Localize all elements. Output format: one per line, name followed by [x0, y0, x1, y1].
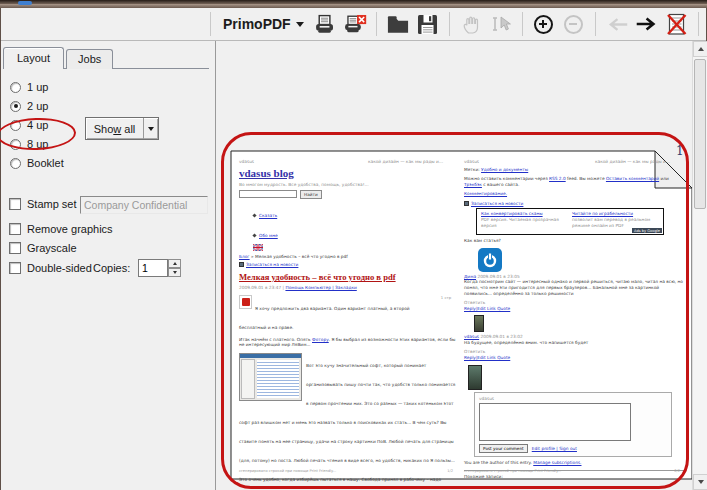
tab-layout-label: Layout [17, 52, 50, 64]
copies-label: Copies: [93, 262, 130, 274]
rss-icon [464, 201, 469, 206]
print-button[interactable] [310, 10, 340, 38]
remove-graphics-checkbox-row[interactable]: Remove graphics [9, 223, 113, 235]
scrollbar-thumb[interactable] [694, 59, 706, 209]
save-floppy-icon [416, 13, 439, 36]
pdf-file-icon [239, 295, 252, 309]
scroll-down-button[interactable] [693, 474, 707, 490]
stamp-set-checkbox-row[interactable]: Stamp set [9, 198, 77, 210]
hand-tool-button[interactable] [456, 10, 486, 38]
show-all-dropdown[interactable]: Show all [85, 117, 159, 140]
preview-pane[interactable]: 1 vdasus какой дизайн — как мы рады и...… [217, 41, 692, 490]
page-note: 1 стр [435, 295, 457, 300]
cancel-print-button[interactable] [340, 10, 370, 38]
radio-1up-circle[interactable] [10, 82, 21, 93]
preview-sheet: vdasus какой дизайн — как мы рады и... v… [230, 150, 692, 480]
uk-flag-icon [253, 244, 263, 251]
radio-1up-label: 1 up [27, 81, 48, 93]
stamp-set-input[interactable] [80, 196, 208, 214]
window-icon-fragment [18, 1, 32, 5]
copies-decrement-button[interactable] [168, 268, 181, 277]
comment-text: Когда посмотрим сайт — интересный однако… [464, 279, 684, 296]
grayscale-checkbox-row[interactable]: Grayscale [9, 242, 77, 254]
vertical-scrollbar[interactable] [692, 41, 707, 490]
radio-4up-label: 4 up [27, 119, 48, 131]
preview-page-1: vdasus какой дизайн — как мы рады и... v… [239, 159, 457, 473]
radio-4up-circle[interactable] [10, 120, 21, 131]
radio-8up-circle[interactable] [10, 139, 21, 150]
zoom-out-button[interactable] [559, 10, 589, 38]
page2-header: vdasus какой дизайн — как мы рады и... [464, 159, 684, 165]
blog-search-row: Найти [239, 190, 457, 198]
toolbar-separator [522, 12, 523, 36]
radio-2up-circle[interactable] [10, 101, 21, 112]
zoom-in-button[interactable] [529, 10, 559, 38]
toolbar-separator [449, 12, 450, 36]
open-file-button[interactable] [383, 10, 413, 38]
language-row [253, 244, 457, 251]
show-all-arrow-section[interactable] [143, 118, 158, 139]
page-number-badge: 1 [676, 144, 684, 158]
hand-icon [459, 13, 482, 36]
page1-footer: сгенерировано строкой при помощи Print F… [239, 469, 453, 473]
select-tool-button[interactable] [486, 10, 516, 38]
primopdf-menu-label: PrimoPDF [223, 16, 291, 32]
thumbnail-titlebar [240, 354, 301, 358]
post-paragraph: Итак начнём с платного. Опять Фотору. Я … [239, 337, 457, 348]
delete-page-button[interactable] [662, 10, 692, 38]
double-sided-checkbox[interactable] [9, 262, 21, 274]
save-button[interactable] [413, 10, 443, 38]
blog-search-input [239, 190, 297, 198]
delete-page-icon [667, 13, 687, 36]
comment-author-link: Дима [464, 274, 476, 279]
scroll-up-button[interactable] [693, 41, 707, 57]
footer-text: сгенерировано строкой при помощи Print F… [464, 469, 561, 473]
select-cursor-icon [489, 13, 513, 35]
radio-4up[interactable]: 4 up [10, 119, 48, 131]
tab-strip: Layout Jobs [3, 47, 115, 69]
previous-page-button[interactable] [602, 10, 632, 38]
ads-by-google-badge: Ads by Google [632, 228, 662, 233]
radio-booklet[interactable]: Booklet [10, 157, 64, 169]
grayscale-checkbox[interactable] [9, 242, 21, 254]
leave-comment-link: Оставить комментарий [606, 176, 659, 181]
blog-nav-link: Сказать [259, 213, 277, 218]
subscribe-link: Записаться на новости [471, 201, 523, 207]
thumbnail-sidebar [241, 359, 255, 399]
radio-8up[interactable]: 8 up [10, 138, 48, 150]
rss-icon [239, 262, 244, 267]
comment-author-link: vdasus [464, 334, 479, 339]
radio-2up[interactable]: 2 up [10, 100, 48, 112]
comment-text: На будущее, определённо вним. что напише… [464, 340, 684, 346]
footer-page-number: 1/2 [447, 469, 453, 473]
double-sided-checkbox-row[interactable]: Double-sided [9, 262, 92, 274]
chevron-down-icon [148, 127, 154, 131]
post-paragraph: 1 стр Я хочу предложить два варианта. Од… [239, 295, 457, 333]
radio-1up[interactable]: 1 up [10, 81, 48, 93]
copies-input[interactable] [138, 259, 168, 277]
toolbar-separator [376, 12, 377, 36]
comments-heading: Как вам статья? [464, 238, 684, 244]
post-meta: 2009.09.01 в 23:47 | Помощь Компьютер | … [239, 285, 457, 291]
blog-nav-link: Обо мне [259, 233, 278, 238]
show-all-label: Show all [86, 123, 143, 135]
remove-graphics-checkbox[interactable] [9, 223, 21, 235]
blog-nav-list: Сказать Обо мне [253, 202, 457, 242]
post-title: Мелкая удобность – всё что угодно в pdf [239, 272, 457, 282]
copies-increment-button[interactable] [168, 259, 181, 268]
next-page-button[interactable] [632, 10, 662, 38]
tab-layout[interactable]: Layout [3, 47, 64, 69]
toolbar: PrimoPDF [1, 8, 706, 41]
chevron-down-icon [296, 22, 304, 27]
stamp-set-checkbox[interactable] [9, 198, 21, 210]
google-ads-box: Как конвертировать сканы PDF версия. Чит… [476, 208, 664, 235]
triangle-down-icon [698, 480, 704, 484]
commenting-link: Комментирование. [464, 191, 507, 196]
note-text: You are the author of this entry. [464, 460, 533, 465]
subscribe-row: Записаться на новости [464, 201, 684, 207]
radio-booklet-circle[interactable] [10, 158, 21, 169]
comment-actions-links: Reply|Edit Link Quote [464, 306, 510, 311]
tab-jobs-label: Jobs [78, 53, 101, 65]
primopdf-menu-button[interactable]: PrimoPDF [217, 16, 310, 32]
tab-jobs[interactable]: Jobs [66, 49, 113, 69]
